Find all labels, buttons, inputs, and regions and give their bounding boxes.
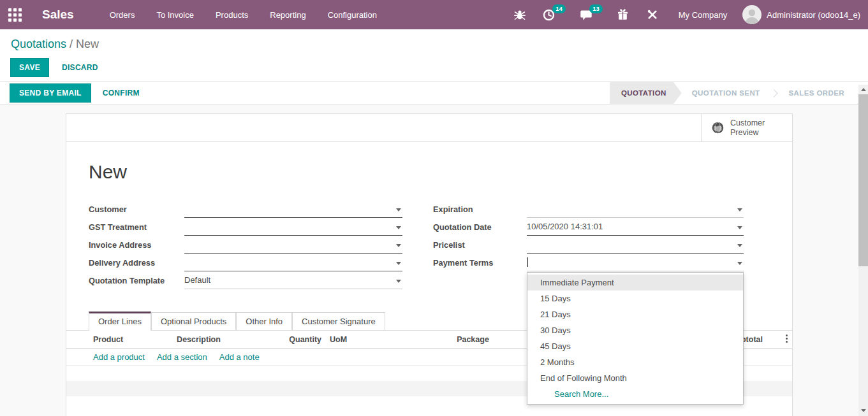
field-delivery-address: Delivery Address <box>89 254 402 271</box>
button-box: Customer Preview <box>66 114 792 142</box>
invoice-address-input[interactable] <box>184 236 402 254</box>
invoice-address-label: Invoice Address <box>89 240 184 250</box>
delivery-address-label: Delivery Address <box>89 258 184 268</box>
record-title: New <box>89 161 792 183</box>
field-expiration: Expiration <box>433 200 744 218</box>
status-steps: QUOTATION QUOTATION SENT SALES ORDER <box>610 82 855 104</box>
step-quotation-sent[interactable]: QUOTATION SENT <box>682 82 770 104</box>
breadcrumb-separator: / <box>66 38 76 50</box>
menu-orders[interactable]: Orders <box>110 10 135 20</box>
field-customer: Customer <box>89 200 402 218</box>
gst-treatment-label: GST Treatment <box>89 222 184 232</box>
activities-count-badge: 14 <box>552 4 566 13</box>
step-sales-order[interactable]: SALES ORDER <box>779 82 855 104</box>
field-pricelist: Pricelist <box>433 236 744 254</box>
expiration-input[interactable] <box>527 200 744 218</box>
chevron-down-icon <box>396 262 401 265</box>
gst-treatment-input[interactable] <box>184 218 402 236</box>
breadcrumb: Quotations / New <box>0 29 868 51</box>
menu-configuration[interactable]: Configuration <box>328 10 377 20</box>
dropdown-item-immediate-payment[interactable]: Immediate Payment <box>527 275 743 290</box>
add-a-product-link[interactable]: Add a product <box>93 352 145 362</box>
grid-icon <box>8 8 22 22</box>
dropdown-item-45-days[interactable]: 45 Days <box>527 338 743 354</box>
chevron-down-icon <box>396 226 401 229</box>
apps-grid-icon[interactable] <box>0 0 29 29</box>
support-tools-icon[interactable] <box>645 8 659 22</box>
quotation-template-label: Quotation Template <box>89 276 184 285</box>
chevron-down-icon <box>396 280 401 283</box>
pricelist-label: Pricelist <box>433 240 527 250</box>
menu-products[interactable]: Products <box>216 10 248 20</box>
breadcrumb-current: New <box>76 38 99 50</box>
menu-to-invoice[interactable]: To Invoice <box>156 10 194 20</box>
pricelist-input[interactable] <box>527 236 744 254</box>
customer-label: Customer <box>89 204 184 214</box>
chevron-down-icon <box>396 208 401 212</box>
messages-count-badge: 13 <box>589 4 603 13</box>
customer-input[interactable] <box>184 200 402 218</box>
send-by-email-button[interactable]: SEND BY EMAIL <box>10 83 91 103</box>
optional-columns-kebab-icon[interactable] <box>763 334 792 345</box>
field-invoice-address: Invoice Address <box>89 236 402 254</box>
tab-customer-signature[interactable]: Customer Signature <box>292 312 385 330</box>
field-quotation-date: Quotation Date 10/05/2020 14:31:01 <box>433 218 744 236</box>
gift-icon[interactable] <box>616 8 630 22</box>
menu-reporting[interactable]: Reporting <box>270 10 305 20</box>
scroll-up-arrow[interactable] <box>858 85 868 94</box>
statusbar: SEND BY EMAIL CONFIRM QUOTATION QUOTATIO… <box>0 82 868 104</box>
crossed-tools-icon <box>647 9 658 20</box>
dropdown-item-30-days[interactable]: 30 Days <box>527 322 743 338</box>
col-quantity: Quantity <box>245 335 321 344</box>
scrollbar-thumb[interactable] <box>858 94 868 266</box>
globe-icon <box>711 121 725 134</box>
customer-preview-button[interactable]: Customer Preview <box>701 114 792 141</box>
quotation-date-label: Quotation Date <box>433 222 527 232</box>
avatar <box>742 5 761 24</box>
payment-terms-label: Payment Terms <box>433 258 527 268</box>
search-more-link[interactable]: Search More... <box>527 386 743 402</box>
chevron-right-icon <box>770 89 778 97</box>
breadcrumb-quotations[interactable]: Quotations <box>11 38 66 50</box>
delivery-address-input[interactable] <box>184 254 402 271</box>
confirm-button[interactable]: CONFIRM <box>103 89 140 97</box>
chevron-down-icon <box>737 262 742 265</box>
add-a-note-link[interactable]: Add a note <box>219 352 260 362</box>
bug-icon <box>514 9 526 21</box>
dropdown-item-21-days[interactable]: 21 Days <box>527 306 743 322</box>
dropdown-item-15-days[interactable]: 15 Days <box>527 290 743 306</box>
expiration-label: Expiration <box>433 204 527 214</box>
tab-other-info[interactable]: Other Info <box>236 312 292 330</box>
chevron-down-icon <box>396 244 401 247</box>
payment-terms-input[interactable] <box>527 254 744 271</box>
navbar-systray: 14 13 My Company <box>513 5 868 24</box>
app-name[interactable]: Sales <box>42 8 74 22</box>
chevron-down-icon <box>737 208 742 212</box>
field-gst-treatment: GST Treatment <box>89 218 402 236</box>
messages-chat-icon[interactable]: 13 <box>579 8 593 22</box>
vertical-scrollbar <box>858 85 868 416</box>
user-menu[interactable]: Administrator (odoo14_e) <box>742 5 860 24</box>
control-panel: Quotations / New SAVE DISCARD <box>0 29 868 82</box>
company-switcher[interactable]: My Company <box>679 10 728 20</box>
scroll-down-arrow[interactable] <box>858 406 868 415</box>
quotation-date-input[interactable]: 10/05/2020 14:31:01 <box>527 218 744 236</box>
dropdown-item-2-months[interactable]: 2 Months <box>527 354 743 370</box>
save-button[interactable]: SAVE <box>10 58 49 77</box>
col-uom: UoM <box>321 335 385 344</box>
quotation-template-input[interactable]: Default <box>184 271 402 289</box>
tab-optional-products[interactable]: Optional Products <box>151 312 236 330</box>
step-quotation[interactable]: QUOTATION <box>610 82 682 104</box>
activities-clock-icon[interactable]: 14 <box>542 8 556 22</box>
field-payment-terms: Payment Terms <box>433 254 744 271</box>
debug-bug-icon[interactable] <box>513 8 527 22</box>
tab-order-lines[interactable]: Order Lines <box>89 312 151 331</box>
field-quotation-template: Quotation Template Default <box>89 271 402 289</box>
chevron-down-icon <box>737 244 742 247</box>
person-icon <box>742 5 761 24</box>
add-a-section-link[interactable]: Add a section <box>157 352 207 362</box>
user-name: Administrator (odoo14_e) <box>767 10 860 20</box>
col-description: Description <box>152 335 245 344</box>
dropdown-item-end-of-following-month[interactable]: End of Following Month <box>527 370 743 386</box>
discard-button[interactable]: DISCARD <box>62 63 98 72</box>
